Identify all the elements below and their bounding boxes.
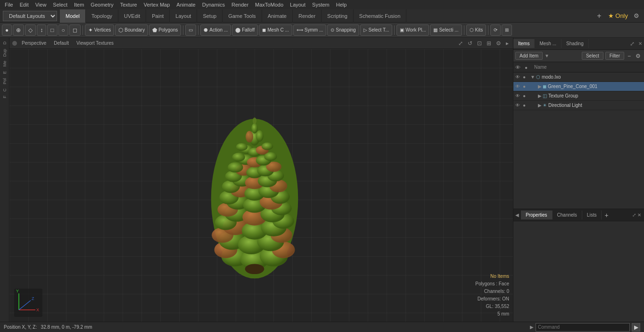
snapping-button[interactable]: ⊙ Snapping [327, 24, 359, 36]
menu-select[interactable]: Select [50, 1, 70, 8]
menu-render[interactable]: Render [229, 1, 251, 8]
render-toggle-tex[interactable]: ● [523, 93, 530, 98]
symmetry-button[interactable]: ⟺ Symm ... [293, 24, 326, 36]
tab-shading[interactable]: Shading [561, 39, 589, 48]
properties-expand-btn[interactable]: ⤢ ✕ [629, 212, 644, 218]
add-item-button[interactable]: Add Item [515, 52, 543, 60]
menu-edit[interactable]: Edit [17, 1, 32, 8]
tool-circle[interactable]: ○ [58, 24, 68, 36]
menu-layout[interactable]: Layout [287, 1, 308, 8]
work-plane-button[interactable]: ▣ Work Pl... [396, 24, 429, 36]
render-toggle-pine[interactable]: ● [523, 84, 530, 89]
items-close-btn[interactable]: ✕ [636, 41, 644, 46]
tab-properties[interactable]: Properties [521, 211, 553, 219]
sidebar-item-d[interactable]: D [1, 40, 8, 47]
tab-render[interactable]: Render [293, 9, 322, 23]
layout-dropdown[interactable]: Default Layouts [3, 11, 57, 21]
sidebar-item-pol[interactable]: Pol [1, 76, 8, 86]
tool-diamond[interactable]: ◇ [25, 24, 36, 36]
tool-rect[interactable]: ◻ [69, 24, 81, 36]
expand-command-btn[interactable]: ▶ [530, 324, 534, 330]
menu-geometry[interactable]: Geometry [88, 1, 116, 8]
command-input[interactable] [536, 323, 630, 332]
kits-button[interactable]: ⬡ Kits [466, 24, 487, 36]
item-row-pine-cone[interactable]: 👁 ● ▶ ◼ Green_Pine_Cone_001 [513, 82, 644, 91]
menu-item[interactable]: Item [71, 1, 87, 8]
tool-square[interactable]: □ [47, 24, 57, 36]
viewport-nav-button-1[interactable]: ⟳ [490, 24, 501, 36]
expand-pine[interactable]: ▶ [538, 84, 542, 89]
tab-layout[interactable]: Layout [170, 9, 197, 23]
tab-schematic-fusion[interactable]: Schematic Fusion [354, 9, 406, 23]
tab-model[interactable]: Model [60, 9, 86, 23]
vertices-mode-button[interactable]: ✦ Vertices [85, 24, 115, 36]
dropdown-arrow-icon[interactable]: ▼ [545, 53, 549, 58]
tab-paint[interactable]: Paint [146, 9, 170, 23]
mesh-button[interactable]: ◼ Mesh C ... [259, 24, 292, 36]
add-layout-button[interactable]: + [594, 12, 604, 20]
expand-modo[interactable]: ▼ [530, 74, 535, 80]
sidebar-item-me[interactable]: Me [1, 59, 8, 69]
vis-toggle-modo[interactable]: 👁 [515, 74, 523, 80]
viewport-canvas[interactable]: No Items Polygons : Face Channels: 0 Def… [9, 49, 513, 322]
tab-lists[interactable]: Lists [582, 211, 602, 219]
tab-items[interactable]: Items [513, 39, 535, 48]
items-minus-icon[interactable]: − [626, 53, 632, 59]
item-row-texture-group[interactable]: 👁 ● ▶ ◫ Texture Group [513, 91, 644, 101]
viewport-mode-label[interactable]: Perspective [19, 40, 49, 46]
vis-toggle-tex[interactable]: 👁 [515, 93, 523, 98]
tab-mesh[interactable]: Mesh ... [535, 39, 561, 48]
boundary-mode-button[interactable]: ⬡ Boundary [115, 24, 148, 36]
expand-tex[interactable]: ▶ [538, 93, 542, 98]
render-toggle-light[interactable]: ● [523, 103, 530, 108]
menu-help[interactable]: Help [333, 1, 350, 8]
layout-settings-button[interactable]: ⚙ [632, 12, 641, 19]
falloff-button[interactable]: ⬤ Falloff [232, 24, 258, 36]
vp-settings-btn[interactable]: ⚙ [495, 39, 503, 48]
items-expand-btn[interactable]: ⤢ [628, 40, 636, 47]
vp-expand-btn[interactable]: ⤢ [457, 39, 464, 48]
selection-sets-button[interactable]: ▦ Selecti ... [430, 24, 462, 36]
menu-system[interactable]: System [309, 1, 332, 8]
tool-dot-mode[interactable]: ● [2, 24, 12, 36]
properties-collapse-btn[interactable]: ◀ [513, 212, 521, 218]
tab-game-tools[interactable]: Game Tools [223, 9, 262, 23]
tab-topology[interactable]: Topology [86, 9, 118, 23]
pine-cone-model[interactable] [189, 99, 321, 278]
vp-more-btn[interactable]: ▸ [504, 39, 510, 48]
menu-file[interactable]: File [2, 1, 16, 8]
tab-animate[interactable]: Animate [262, 9, 293, 23]
selection-shape-button[interactable]: ▭ [185, 24, 196, 36]
vis-toggle-pine[interactable]: 👁 [515, 84, 523, 89]
polygons-mode-button[interactable]: ⬟ Polygons [149, 24, 181, 36]
menu-dynamics[interactable]: Dynamics [199, 1, 228, 8]
viewport-texture-label[interactable]: Viewport Textures [74, 40, 116, 46]
tab-uvedit[interactable]: UVEdit [118, 9, 146, 23]
vp-reset-btn[interactable]: ↺ [466, 39, 474, 48]
vis-toggle-light[interactable]: 👁 [515, 103, 523, 108]
sidebar-item-f[interactable]: F [1, 94, 8, 100]
sidebar-item-dup[interactable]: Dup [1, 47, 8, 59]
viewport-shading-label[interactable]: Default [51, 40, 72, 46]
star-only-button[interactable]: ★ Only [606, 12, 630, 19]
expand-light[interactable]: ▶ [538, 103, 542, 108]
items-list[interactable]: 👁 ● ▼ ⬡ modo.lxo 👁 ● ▶ ◼ Green_Pine_Cone… [513, 73, 644, 209]
tab-setup[interactable]: Setup [197, 9, 223, 23]
vp-grid-btn[interactable]: ⊞ [485, 39, 493, 48]
viewport-nav-button-2[interactable]: ⊞ [502, 24, 512, 36]
items-settings-icon[interactable]: ⚙ [634, 53, 642, 59]
menu-texture[interactable]: Texture [117, 1, 140, 8]
select-items-button[interactable]: Select [582, 52, 603, 60]
add-properties-tab-btn[interactable]: + [602, 211, 611, 219]
menu-vertex-map[interactable]: Vertex Map [141, 1, 173, 8]
tab-channels[interactable]: Channels [553, 211, 582, 219]
action-button[interactable]: ⬣ Action ... [200, 24, 231, 36]
item-row-dir-light[interactable]: 👁 ● ▶ ☀ Directional Light [513, 101, 644, 110]
item-row-modo-lxo[interactable]: 👁 ● ▼ ⬡ modo.lxo [513, 73, 644, 82]
menu-animate[interactable]: Animate [173, 1, 198, 8]
select-tool-button[interactable]: ▷ Select T... [360, 24, 393, 36]
render-toggle-modo[interactable]: ● [523, 74, 530, 80]
vp-zoom-fit-btn[interactable]: ⊡ [476, 39, 483, 48]
sidebar-item-c[interactable]: C [1, 87, 8, 94]
sidebar-item-e[interactable]: E [1, 69, 8, 76]
